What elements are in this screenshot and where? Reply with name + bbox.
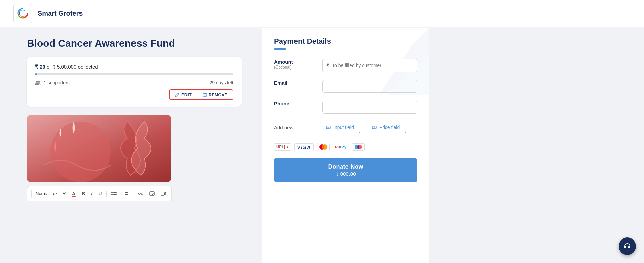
amount-input-wrapper: ₹	[322, 59, 417, 72]
unordered-list-icon	[111, 191, 117, 196]
price-field-icon: ₹	[372, 125, 377, 130]
svg-point-7	[38, 81, 40, 83]
phone-label-group: Phone	[274, 101, 314, 106]
phone-input[interactable]	[322, 101, 417, 114]
mastercard-icon	[319, 144, 328, 150]
email-input[interactable]	[322, 80, 417, 93]
price-field-label: Price field	[379, 125, 400, 130]
progress-bar-fill	[35, 73, 37, 75]
remove-button[interactable]: REMOVE	[197, 90, 233, 99]
video-button[interactable]	[159, 191, 167, 197]
svg-rect-8	[203, 93, 206, 97]
add-input-field-button[interactable]: A Input field	[320, 122, 360, 133]
brand-name: Smart Grofers	[38, 10, 83, 17]
support-chat-button[interactable]	[619, 237, 636, 255]
donate-button-title: Donate Now	[279, 163, 412, 170]
edit-remove-box: EDIT REMOVE	[169, 89, 233, 100]
stats-row: 1 supporters 29 days left	[35, 80, 233, 85]
visa-badge: VISA	[294, 143, 314, 151]
add-new-label: Add new	[274, 125, 314, 130]
svg-rect-18	[125, 194, 128, 195]
phone-row: Phone	[274, 101, 417, 114]
supporters-count: 1 supporters	[44, 80, 70, 85]
bold-button[interactable]: B	[80, 190, 86, 197]
svg-point-20	[151, 192, 152, 193]
campaign-image	[27, 115, 171, 182]
svg-point-10	[50, 122, 111, 182]
maestro-badge	[352, 143, 365, 151]
mastercard-badge	[317, 143, 330, 151]
payment-icons-row: UPI ● VISA RuPay	[274, 143, 417, 151]
email-label: Email	[274, 80, 314, 86]
svg-point-6	[36, 81, 38, 83]
ordered-list-icon: 1. 2.	[123, 191, 128, 196]
goal-amount: ₹ 5,00,000	[52, 64, 77, 70]
collected-amount: ₹ 20	[35, 64, 45, 70]
rupay-badge: RuPay	[333, 144, 348, 150]
input-field-label: Input field	[333, 125, 354, 130]
remove-label: REMOVE	[209, 92, 227, 97]
supporters-icon	[35, 80, 41, 85]
collected-line: ₹ 20 of ₹ 5,00,000 collected	[35, 64, 233, 70]
progress-bar-bg	[35, 73, 233, 75]
image-button[interactable]	[148, 191, 156, 197]
payment-title: Payment Details	[274, 37, 417, 46]
campaign-title: Blood Cancer Awareness Fund	[27, 38, 241, 49]
video-icon	[161, 191, 166, 196]
right-panel: Payment Details Amount (Optional) ₹ Emai…	[262, 28, 429, 263]
donate-now-button[interactable]: Donate Now ₹ 000.00	[274, 158, 417, 182]
link-icon	[138, 191, 143, 196]
amount-input[interactable]	[322, 59, 417, 72]
phone-label: Phone	[274, 101, 314, 106]
unordered-list-button[interactable]	[110, 191, 118, 197]
email-label-group: Email	[274, 80, 314, 86]
link-button[interactable]	[137, 191, 145, 197]
text-format-select[interactable]: Normal Text	[31, 189, 67, 198]
of-text: of	[47, 64, 52, 70]
logo-box	[13, 4, 32, 23]
donate-button-amount: ₹ 000.00	[279, 171, 412, 177]
toolbar-sep-1	[106, 191, 107, 197]
add-new-row: Add new A Input field ₹ Price field	[274, 122, 417, 133]
text-input-icon: A	[326, 125, 331, 130]
collected-label: collected	[78, 64, 98, 70]
upi-badge: UPI ●	[274, 143, 291, 150]
email-row: Email	[274, 80, 417, 93]
svg-rect-16	[125, 192, 128, 193]
text-color-button[interactable]: A	[71, 190, 77, 197]
header: Smart Grofers	[0, 0, 644, 27]
headphone-icon	[623, 242, 631, 250]
rupee-prefix: ₹	[326, 63, 329, 68]
amount-label: Amount	[274, 59, 314, 65]
svg-rect-12	[113, 192, 117, 193]
days-left: 29 days left	[209, 80, 233, 85]
payment-underline	[274, 48, 286, 50]
left-panel: Blood Cancer Awareness Fund ₹ 20 of ₹ 5,…	[0, 28, 262, 263]
blood-cancer-artwork	[27, 115, 171, 182]
svg-rect-14	[113, 194, 117, 195]
svg-point-11	[111, 192, 113, 193]
svg-point-13	[111, 194, 113, 195]
maestro-icon	[354, 144, 363, 150]
logo-icon	[16, 7, 29, 20]
svg-rect-21	[161, 192, 164, 195]
svg-text:2.: 2.	[123, 193, 124, 195]
svg-text:₹: ₹	[373, 126, 375, 128]
italic-button[interactable]: I	[90, 190, 94, 197]
svg-text:A: A	[327, 126, 329, 128]
amount-row: Amount (Optional) ₹	[274, 59, 417, 72]
edit-button[interactable]: EDIT	[170, 90, 197, 99]
amount-sublabel: (Optional)	[274, 65, 314, 70]
underline-button[interactable]: U	[97, 190, 103, 197]
edit-label: EDIT	[181, 92, 192, 97]
action-row: EDIT REMOVE	[35, 89, 233, 100]
ordered-list-button[interactable]: 1. 2.	[121, 191, 129, 197]
stats-box: ₹ 20 of ₹ 5,00,000 collected 1 s	[27, 57, 241, 107]
trash-icon	[203, 92, 207, 97]
edit-icon	[175, 93, 179, 97]
add-price-field-button[interactable]: ₹ Price field	[366, 122, 406, 133]
amount-label-group: Amount (Optional)	[274, 59, 314, 70]
image-icon	[149, 191, 155, 196]
supporters: 1 supporters	[35, 80, 70, 85]
main-container: Blood Cancer Awareness Fund ₹ 20 of ₹ 5,…	[0, 28, 644, 263]
